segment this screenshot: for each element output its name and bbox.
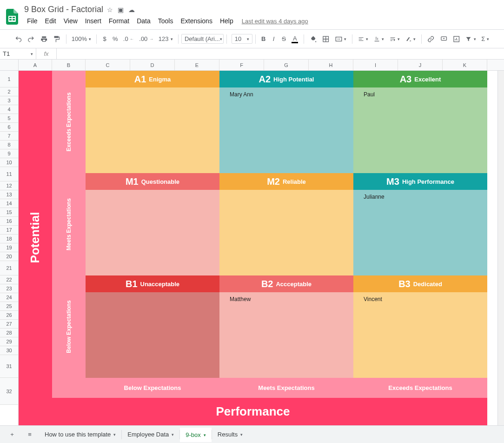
row-header-27[interactable]: 27	[0, 320, 18, 329]
undo-button[interactable]	[12, 34, 25, 45]
col-header-K[interactable]: K	[443, 60, 487, 70]
insert-comment-button[interactable]	[438, 34, 450, 45]
row-header-22[interactable]: 22	[0, 275, 18, 284]
box-M3[interactable]: M3 High PerformanceJulianne	[353, 173, 487, 275]
move-icon[interactable]: ▣	[118, 6, 124, 13]
increase-decimal-button[interactable]: .00 →	[137, 34, 156, 44]
redo-button[interactable]	[25, 34, 37, 45]
print-button[interactable]	[38, 34, 50, 45]
row-header-14[interactable]: 14	[0, 199, 18, 208]
sheet-tab[interactable]: 9-box▾	[180, 428, 212, 432]
insert-link-button[interactable]	[424, 34, 437, 45]
zoom-dropdown[interactable]: 100%	[69, 34, 94, 44]
text-color-button[interactable]: A	[289, 33, 301, 45]
box-M1[interactable]: M1 Questionable	[86, 173, 219, 275]
col-header-H[interactable]: H	[309, 60, 353, 70]
row-header-18[interactable]: 18	[0, 235, 18, 243]
all-sheets-button[interactable]: ≡	[21, 428, 38, 432]
format-currency-button[interactable]: $	[99, 34, 110, 44]
font-family-dropdown[interactable]: Default (Ari...▾	[181, 34, 224, 44]
row-header-15[interactable]: 15	[0, 208, 18, 217]
row-header-19[interactable]: 19	[0, 243, 18, 252]
font-size-dropdown[interactable]: 10▾	[232, 34, 252, 44]
row-header-5[interactable]: 5	[0, 114, 18, 123]
last-edit-link[interactable]: Last edit was 4 days ago	[242, 18, 308, 25]
horizontal-align-button[interactable]	[355, 34, 371, 44]
row-header-30[interactable]: 30	[0, 346, 18, 355]
box-body-A3[interactable]: Paul	[353, 87, 487, 173]
row-header-31[interactable]: 31	[0, 355, 18, 378]
filter-button[interactable]	[463, 34, 478, 44]
row-header-3[interactable]: 3	[0, 96, 18, 105]
box-body-M2[interactable]	[219, 190, 353, 275]
row-header-10[interactable]: 10	[0, 158, 18, 167]
vertical-scrollbar[interactable]	[497, 71, 504, 432]
row-header-12[interactable]: 12	[0, 181, 18, 190]
insert-chart-button[interactable]	[450, 34, 463, 45]
menu-file[interactable]: File	[24, 16, 40, 26]
merge-cells-button[interactable]	[332, 34, 349, 44]
row-header-32[interactable]: 32	[0, 378, 18, 405]
row-header-28[interactable]: 28	[0, 329, 18, 337]
row-header-2[interactable]: 2	[0, 87, 18, 96]
col-header-I[interactable]: I	[353, 60, 398, 70]
more-formats-dropdown[interactable]: 123	[156, 34, 175, 44]
text-wrap-button[interactable]	[387, 34, 403, 44]
paint-format-button[interactable]	[50, 34, 63, 45]
format-percent-button[interactable]: %	[110, 34, 120, 44]
row-header-29[interactable]: 29	[0, 337, 18, 346]
box-A2[interactable]: A2 High PotentialMary Ann	[219, 71, 353, 173]
col-header-G[interactable]: G	[264, 60, 309, 70]
sheet-tab[interactable]: Employee Data▾	[122, 428, 179, 432]
bold-button[interactable]: B	[259, 34, 269, 44]
box-body-B1[interactable]	[86, 292, 219, 378]
row-header-4[interactable]: 4	[0, 105, 18, 114]
name-box[interactable]: T1▾	[0, 48, 36, 59]
box-body-A1[interactable]	[86, 87, 219, 173]
vertical-align-button[interactable]	[371, 34, 387, 44]
col-header-C[interactable]: C	[86, 60, 130, 70]
col-header-J[interactable]: J	[398, 60, 443, 70]
box-B3[interactable]: B3 DedicatedVincent	[353, 275, 487, 378]
italic-button[interactable]: I	[269, 34, 279, 44]
box-B2[interactable]: B2 AccceptableMatthew	[219, 275, 353, 378]
select-all-corner[interactable]	[0, 60, 18, 71]
borders-button[interactable]	[319, 34, 332, 45]
box-A1[interactable]: A1 Enigma	[86, 71, 219, 173]
box-B1[interactable]: B1 Unacceptable	[86, 275, 219, 378]
functions-button[interactable]: Σ	[479, 34, 492, 44]
box-body-M3[interactable]: Julianne	[353, 190, 487, 275]
row-header-9[interactable]: 9	[0, 149, 18, 158]
col-header-D[interactable]: D	[130, 60, 175, 70]
row-header-13[interactable]: 13	[0, 190, 18, 199]
row-header-26[interactable]: 26	[0, 311, 18, 320]
box-body-B2[interactable]: Matthew	[219, 292, 353, 378]
box-body-M1[interactable]	[86, 190, 219, 275]
menu-tools[interactable]: Tools	[155, 16, 176, 26]
row-header-11[interactable]: 11	[0, 167, 18, 181]
fill-color-button[interactable]	[307, 34, 319, 45]
formula-bar[interactable]	[57, 48, 504, 59]
col-header-F[interactable]: F	[219, 60, 264, 70]
menu-insert[interactable]: Insert	[82, 16, 104, 26]
sheets-logo-icon[interactable]	[5, 9, 20, 24]
row-header-25[interactable]: 25	[0, 302, 18, 311]
row-header-17[interactable]: 17	[0, 226, 18, 235]
box-A3[interactable]: A3 ExcellentPaul	[353, 71, 487, 173]
row-header-1[interactable]: 1	[0, 71, 18, 87]
row-header-16[interactable]: 16	[0, 217, 18, 226]
box-body-A2[interactable]: Mary Ann	[219, 87, 353, 173]
star-icon[interactable]: ☆	[107, 6, 113, 13]
row-header-8[interactable]: 8	[0, 141, 18, 149]
sheet-tab[interactable]: How to use this template▾	[39, 428, 121, 432]
box-M2[interactable]: M2 Reliable	[219, 173, 353, 275]
sheet-tab[interactable]: Results▾	[212, 428, 248, 432]
strikethrough-button[interactable]: S	[279, 34, 289, 44]
row-header-7[interactable]: 7	[0, 132, 18, 141]
doc-title[interactable]: 9 Box Grid - Factorial	[24, 5, 103, 14]
menu-edit[interactable]: Edit	[42, 16, 59, 26]
row-header-20[interactable]: 20	[0, 252, 18, 261]
col-header-A[interactable]: A	[19, 60, 52, 70]
menu-view[interactable]: View	[61, 16, 80, 26]
decrease-decimal-button[interactable]: .0 ←	[120, 34, 137, 44]
